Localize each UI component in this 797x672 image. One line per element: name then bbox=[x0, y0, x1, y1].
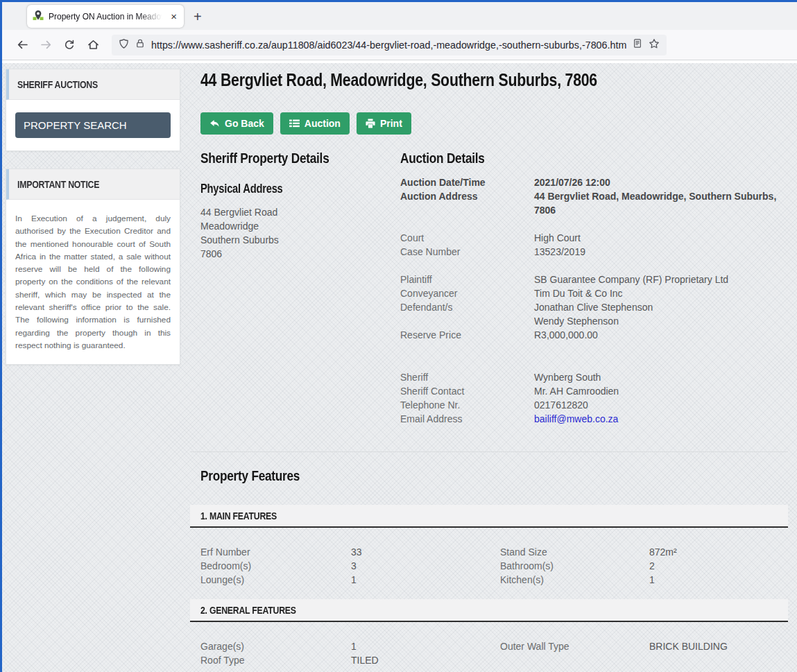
general-features-section-header: 2. GENERAL FEATURES bbox=[190, 599, 788, 622]
forward-icon[interactable] bbox=[34, 35, 58, 55]
plaintiff-value: SB Guarantee Company (RF) Proprietary Lt… bbox=[534, 273, 788, 286]
feature-label: Outer Wall Type bbox=[500, 639, 649, 653]
feature-value: 33 bbox=[351, 545, 500, 559]
conveyancer-label: Conveyancer bbox=[400, 286, 534, 300]
tab-close-icon[interactable]: × bbox=[169, 10, 178, 22]
email-label: Email Address bbox=[400, 412, 534, 426]
url-text[interactable]: https://www.sasheriff.co.za/aup11808/aid… bbox=[151, 40, 626, 51]
court-label: Court bbox=[400, 231, 534, 245]
feature-label: Stand Size bbox=[500, 545, 649, 559]
important-notice-card-header: IMPORTANT NOTICE bbox=[6, 169, 180, 200]
tracking-shield-icon[interactable] bbox=[119, 38, 129, 52]
general-features-table: Garage(s) 1 Outer Wall Type BRICK BUILDI… bbox=[190, 622, 788, 667]
sheriff-contact-label: Sheriff Contact bbox=[400, 384, 534, 398]
reserve-price-label: Reserve Price bbox=[400, 328, 534, 342]
property-features-heading: Property Features bbox=[200, 467, 788, 484]
reader-view-icon[interactable] bbox=[633, 38, 642, 51]
sheriff-label: Sheriff bbox=[400, 370, 534, 384]
feature-label: Erf Number bbox=[200, 545, 351, 559]
important-notice-title: IMPORTANT NOTICE bbox=[17, 178, 99, 190]
page-background: SHERIFF AUCTIONS PROPERTY SEARCH IMPORTA… bbox=[2, 63, 797, 672]
sheriff-property-details-section: Sheriff Property Details Physical Addres… bbox=[200, 150, 400, 426]
section-divider bbox=[190, 451, 788, 452]
back-icon[interactable] bbox=[10, 35, 34, 55]
auction-date-value: 2021/07/26 12:00 bbox=[534, 175, 788, 189]
bookmark-star-icon[interactable] bbox=[649, 38, 660, 52]
auction-date-label: Auction Date/Time bbox=[400, 175, 534, 189]
new-tab-button[interactable]: + bbox=[194, 10, 202, 24]
browser-tab[interactable]: Property ON Auction in Meadow × bbox=[27, 5, 184, 28]
address-line: 44 Bergvliet Road bbox=[200, 205, 400, 219]
auction-button[interactable]: Auction bbox=[280, 112, 350, 135]
main-features-section-header: 1. MAIN FEATURES bbox=[190, 505, 788, 528]
defendant-label: Defendant/s bbox=[400, 300, 534, 314]
physical-address-heading: Physical Address bbox=[200, 182, 400, 196]
feature-label: Garage(s) bbox=[200, 639, 351, 653]
court-value: High Court bbox=[534, 231, 788, 245]
tab-bar: Property ON Auction in Meadow × + bbox=[2, 2, 797, 30]
page-title: 44 Bergvliet Road, Meadowridge, Southern… bbox=[200, 69, 788, 91]
sheriff-property-details-heading: Sheriff Property Details bbox=[200, 150, 400, 166]
reserve-price-value: R3,000,000.00 bbox=[534, 328, 788, 342]
reply-arrow-icon bbox=[209, 119, 220, 128]
main-content: 44 Bergvliet Road, Meadowridge, Southern… bbox=[190, 67, 788, 672]
print-button[interactable]: Print bbox=[357, 112, 411, 135]
defendant-value: Jonathan Clive Stephenson Wendy Stephens… bbox=[534, 300, 788, 328]
main-features-table: Erf Number 33 Stand Size 872m² Bedroom(s… bbox=[190, 528, 788, 587]
auction-address-label: Auction Address bbox=[400, 189, 534, 203]
address-line: Meadowridge bbox=[200, 219, 400, 233]
feature-value: 1 bbox=[351, 573, 500, 587]
sidebar: SHERIFF AUCTIONS PROPERTY SEARCH IMPORTA… bbox=[6, 69, 180, 382]
site-favicon-map-pin-icon bbox=[33, 10, 44, 23]
go-back-button[interactable]: Go Back bbox=[200, 112, 273, 135]
sheriff-auctions-card-header: SHERIFF AUCTIONS bbox=[6, 69, 180, 100]
sheriff-contact-group: Sheriff Wynberg South Sheriff Contact Mr… bbox=[400, 370, 788, 426]
address-line: Southern Suburbs bbox=[200, 233, 400, 247]
url-bar[interactable]: https://www.sasheriff.co.za/aup11808/aid… bbox=[112, 35, 667, 55]
sheriff-auctions-card: SHERIFF AUCTIONS PROPERTY SEARCH bbox=[6, 69, 180, 151]
plaintiff-label: Plaintiff bbox=[400, 273, 534, 286]
lock-icon[interactable] bbox=[135, 38, 145, 51]
feature-label: Roof Type bbox=[200, 653, 351, 667]
feature-value: 1 bbox=[649, 573, 788, 587]
address-line: 7806 bbox=[200, 247, 400, 261]
feature-label: Lounge(s) bbox=[200, 573, 351, 587]
property-search-button[interactable]: PROPERTY SEARCH bbox=[15, 112, 171, 138]
feature-label: Bedroom(s) bbox=[200, 559, 351, 573]
tab-title: Property ON Auction in Meadow bbox=[49, 12, 164, 21]
feature-label: Kitchen(s) bbox=[500, 573, 649, 587]
auction-details-section: Auction Details Auction Date/Time 2021/0… bbox=[400, 150, 788, 426]
important-notice-card: IMPORTANT NOTICE In Execution of a judge… bbox=[6, 169, 180, 365]
case-number-value: 13523/2019 bbox=[534, 245, 788, 259]
action-buttons: Go Back Auction bbox=[200, 112, 788, 135]
telephone-value: 0217612820 bbox=[534, 398, 788, 412]
conveyancer-value: Tim Du Toit & Co Inc bbox=[534, 286, 788, 300]
feature-value: 1 bbox=[351, 639, 500, 653]
auction-datetime-address-group: Auction Date/Time 2021/07/26 12:00 Aucti… bbox=[400, 175, 788, 217]
court-group: Court High Court Case Number 13523/2019 bbox=[400, 231, 788, 259]
feature-value: TILED bbox=[351, 653, 500, 667]
list-icon bbox=[289, 119, 300, 128]
important-notice-text: In Execution of a judgement, duly author… bbox=[15, 212, 171, 352]
sheriff-value: Wynberg South bbox=[534, 370, 788, 384]
email-link[interactable]: bailiff@mweb.co.za bbox=[534, 413, 618, 424]
navigation-toolbar: https://www.sasheriff.co.za/aup11808/aid… bbox=[2, 30, 797, 60]
case-number-label: Case Number bbox=[400, 245, 534, 259]
printer-icon bbox=[366, 119, 375, 128]
feature-value: 872m² bbox=[649, 545, 788, 559]
sheriff-auctions-title: SHERIFF AUCTIONS bbox=[17, 78, 98, 90]
telephone-label: Telephone Nr. bbox=[400, 398, 534, 412]
feature-value: 3 bbox=[351, 559, 500, 573]
parties-group: Plaintiff SB Guarantee Company (RF) Prop… bbox=[400, 273, 788, 342]
feature-label: Bathroom(s) bbox=[500, 559, 649, 573]
feature-value: BRICK BUILDING bbox=[649, 639, 788, 653]
reload-icon[interactable] bbox=[58, 35, 81, 55]
auction-details-heading: Auction Details bbox=[400, 150, 788, 166]
sheriff-contact-value: Mr. AH Camroodien bbox=[534, 384, 788, 398]
auction-address-value: 44 Bergvliet Road, Meadowridge, Southern… bbox=[534, 189, 788, 217]
feature-value: 2 bbox=[649, 559, 788, 573]
home-icon[interactable] bbox=[81, 35, 105, 55]
